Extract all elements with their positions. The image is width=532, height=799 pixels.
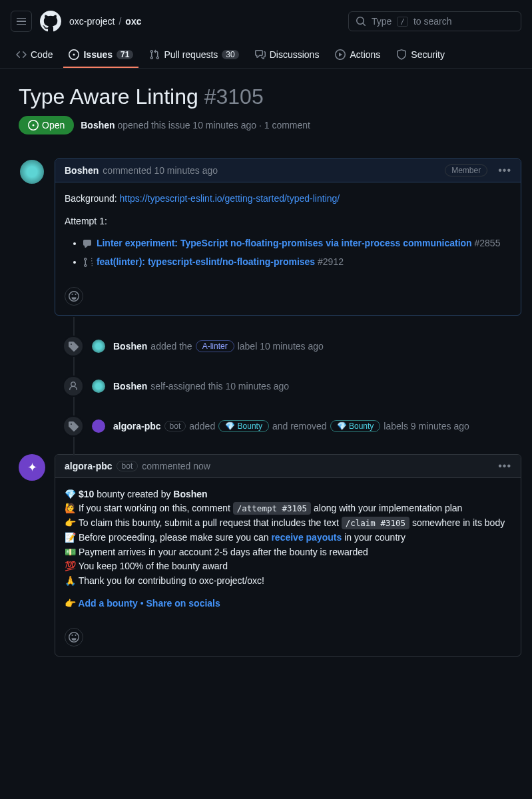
bounty-label[interactable]: 💎 Bounty (330, 420, 381, 432)
search-suffix: to search (413, 16, 452, 27)
add-reaction-button[interactable] (65, 628, 83, 647)
smiley-icon (69, 291, 79, 302)
link-ref1[interactable]: Linter experiment: TypeScript no-floatin… (97, 238, 472, 248)
add-reaction-button[interactable] (65, 287, 83, 306)
pr-draft-icon (83, 257, 94, 268)
tab-pulls-label: Pull requests (164, 49, 218, 60)
tab-actions-label: Actions (350, 49, 380, 60)
repo-tabs: Code Issues 71 Pull requests 30 Discussi… (0, 43, 532, 69)
tab-code[interactable]: Code (11, 43, 58, 68)
timeline-event: Boshen self-assigned this 10 minutes ago (55, 366, 521, 406)
discussion-icon (255, 49, 266, 60)
comment-body: Background: https://typescript-eslint.io… (55, 182, 521, 287)
app-header: oxc-project / oxc Type / to search (0, 0, 532, 43)
tab-issues[interactable]: Issues 71 (63, 43, 138, 68)
avatar[interactable] (19, 158, 45, 185)
avatar[interactable] (92, 380, 105, 393)
issue-title: Type Aware Linting #3105 (19, 85, 521, 109)
status-text: Open (42, 120, 65, 131)
code-snippet: /claim #3105 (342, 517, 409, 529)
comment-time: commented now (142, 461, 210, 471)
search-input[interactable]: Type / to search (348, 11, 521, 31)
tab-security[interactable]: Security (391, 43, 450, 68)
timeline-text: Boshen self-assigned this 10 minutes ago (113, 381, 289, 392)
tab-discussions-label: Discussions (270, 49, 320, 60)
comment: Boshen commented 10 minutes ago Member •… (19, 158, 521, 316)
tab-issues-label: Issues (83, 49, 113, 60)
user-link[interactable]: algora-pbc (113, 421, 161, 431)
text-label: Background: (65, 193, 117, 204)
status-badge: Open (19, 116, 74, 134)
link-ref2[interactable]: feat(linter): typescript-eslint/no-float… (97, 256, 315, 267)
reaction-bar (55, 287, 521, 315)
user-link[interactable]: Boshen (113, 381, 147, 392)
tag-icon (63, 415, 84, 437)
issue-number: #3105 (204, 85, 264, 109)
tab-discussions[interactable]: Discussions (250, 43, 325, 68)
tab-security-label: Security (411, 49, 445, 60)
issue-opened-text: opened this issue 10 minutes ago (117, 120, 256, 131)
shield-icon (396, 49, 407, 60)
github-logo-icon[interactable] (40, 11, 61, 32)
tab-actions[interactable]: Actions (330, 43, 386, 68)
comment-author[interactable]: Boshen (65, 165, 99, 176)
tag-icon (63, 336, 84, 357)
issue-author[interactable]: Boshen (81, 120, 115, 131)
issue-header: Type Aware Linting #3105 Open Boshen ope… (0, 69, 532, 145)
breadcrumb-separator: / (119, 16, 121, 27)
person-icon (63, 376, 84, 397)
issue-meta: Open Boshen opened this issue 10 minutes… (19, 116, 521, 134)
timeline-event: algora-pbc bot added 💎 Bounty and remove… (55, 406, 521, 446)
breadcrumb-repo[interactable]: oxc (125, 16, 141, 27)
comment-author[interactable]: algora-pbc (65, 461, 113, 471)
breadcrumb-owner[interactable]: oxc-project (69, 16, 115, 27)
comment-time: commented 10 minutes ago (103, 165, 218, 176)
issue-title-text: Type Aware Linting (19, 85, 198, 109)
label-chip[interactable]: A-linter (196, 340, 234, 352)
bot-badge: bot (164, 421, 186, 431)
comment-box: Boshen commented 10 minutes ago Member •… (55, 158, 521, 316)
avatar[interactable] (19, 454, 45, 481)
avatar[interactable] (92, 340, 105, 353)
avatar[interactable] (92, 419, 105, 433)
user-link[interactable]: Boshen (113, 341, 147, 352)
comment-count: 1 comment (264, 120, 310, 131)
search-icon (356, 16, 366, 27)
breadcrumb: oxc-project / oxc (69, 16, 141, 27)
code-icon (16, 49, 27, 60)
bounty-label[interactable]: 💎 Bounty (218, 420, 269, 432)
search-placeholder: Type (372, 16, 392, 27)
issues-count: 71 (117, 50, 133, 59)
open-icon (28, 120, 39, 131)
comment-menu-icon[interactable]: ••• (498, 460, 511, 472)
issue-byline: Boshen opened this issue 10 minutes ago … (81, 120, 310, 131)
bot-badge: bot (117, 461, 138, 471)
tab-pulls[interactable]: Pull requests 30 (144, 43, 244, 68)
comment-box: algora-pbc bot commented now ••• 💎 $10 b… (55, 454, 521, 657)
comment-header: Boshen commented 10 minutes ago Member •… (55, 159, 521, 182)
user-link[interactable]: Boshen (173, 489, 207, 499)
comment: algora-pbc bot commented now ••• 💎 $10 b… (19, 454, 521, 657)
member-badge: Member (445, 164, 487, 176)
actions-icon (335, 49, 346, 60)
comment-menu-icon[interactable]: ••• (498, 164, 511, 176)
hamburger-menu[interactable] (11, 11, 32, 32)
share-link[interactable]: Share on socials (146, 598, 220, 609)
hamburger-icon (17, 18, 26, 25)
timeline-event: Boshen added the A-linter label 10 minut… (55, 326, 521, 366)
text-label: Attempt 1: (65, 214, 511, 229)
tab-code-label: Code (31, 49, 53, 60)
smiley-icon (69, 632, 79, 643)
pulls-count: 30 (222, 50, 238, 59)
timeline-text: algora-pbc bot added 💎 Bounty and remove… (113, 420, 469, 432)
issue-icon (69, 49, 79, 60)
pr-icon (149, 49, 160, 60)
search-hotkey: / (397, 17, 408, 27)
link-payouts[interactable]: receive payouts (271, 532, 342, 543)
timeline: Boshen commented 10 minutes ago Member •… (0, 145, 532, 657)
discussion-icon (83, 239, 94, 250)
add-bounty-link[interactable]: 👉 Add a bounty (65, 598, 138, 609)
comment-body: 💎 $10 bounty created by Boshen 🙋 If you … (55, 478, 521, 629)
reaction-bar (55, 628, 521, 656)
link-typed-linting[interactable]: https://typescript-eslint.io/getting-sta… (120, 193, 340, 204)
